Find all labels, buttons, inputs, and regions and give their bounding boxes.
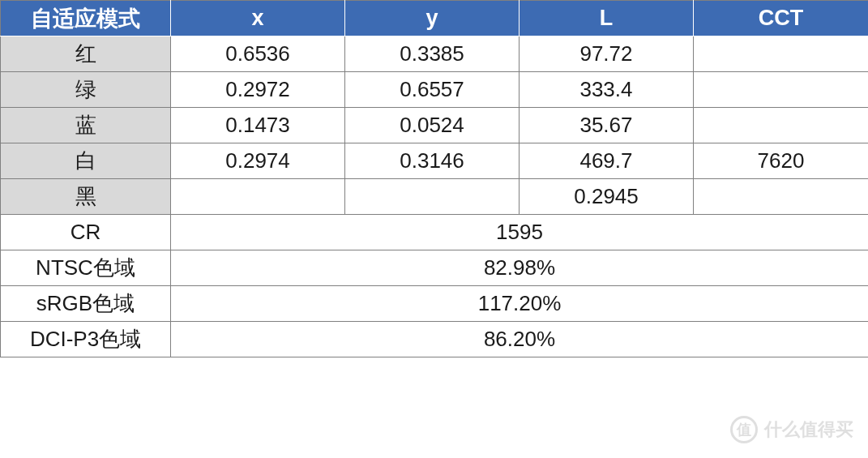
row-label-cr: CR [1,215,171,250]
row-label-ntsc: NTSC色域 [1,250,171,286]
cell-black-y [345,179,520,215]
header-L: L [520,1,694,36]
cell-ntsc-value: 82.98% [171,250,869,286]
watermark-text: 什么值得买 [764,417,853,442]
cell-green-y: 0.6557 [345,72,520,108]
table-row-white: 白 0.2974 0.3146 469.7 7620 [1,143,869,179]
header-cct: CCT [694,1,869,36]
header-x: x [171,1,345,36]
cell-cr-value: 1595 [171,215,869,250]
table-row-srgb: sRGB色域 117.20% [1,286,869,322]
cell-white-y: 0.3146 [345,143,520,179]
cell-blue-cct [694,108,869,143]
cell-dcip3-value: 86.20% [171,322,869,357]
row-label-green: 绿 [1,72,171,108]
color-measurement-table: 自适应模式 x y L CCT 红 0.6536 0.3385 97.72 绿 … [0,0,868,357]
cell-white-cct: 7620 [694,143,869,179]
table-row-blue: 蓝 0.1473 0.0524 35.67 [1,108,869,143]
row-label-blue: 蓝 [1,108,171,143]
table-row-green: 绿 0.2972 0.6557 333.4 [1,72,869,108]
cell-black-L: 0.2945 [520,179,694,215]
cell-srgb-value: 117.20% [171,286,869,322]
table-header-row: 自适应模式 x y L CCT [1,1,869,36]
cell-red-cct [694,36,869,72]
header-mode: 自适应模式 [1,1,171,36]
cell-green-x: 0.2972 [171,72,345,108]
cell-white-x: 0.2974 [171,143,345,179]
watermark: 值 什么值得买 [730,416,853,443]
row-label-red: 红 [1,36,171,72]
cell-red-L: 97.72 [520,36,694,72]
cell-black-cct [694,179,869,215]
cell-green-L: 333.4 [520,72,694,108]
row-label-black: 黑 [1,179,171,215]
cell-red-x: 0.6536 [171,36,345,72]
cell-green-cct [694,72,869,108]
cell-blue-L: 35.67 [520,108,694,143]
cell-white-L: 469.7 [520,143,694,179]
cell-black-x [171,179,345,215]
table-row-ntsc: NTSC色域 82.98% [1,250,869,286]
row-label-srgb: sRGB色域 [1,286,171,322]
cell-blue-x: 0.1473 [171,108,345,143]
row-label-dcip3: DCI-P3色域 [1,322,171,357]
table-row-black: 黑 0.2945 [1,179,869,215]
watermark-icon: 值 [730,416,758,443]
header-y: y [345,1,520,36]
cell-blue-y: 0.0524 [345,108,520,143]
table-row-dcip3: DCI-P3色域 86.20% [1,322,869,357]
table-row-cr: CR 1595 [1,215,869,250]
row-label-white: 白 [1,143,171,179]
table-row-red: 红 0.6536 0.3385 97.72 [1,36,869,72]
cell-red-y: 0.3385 [345,36,520,72]
